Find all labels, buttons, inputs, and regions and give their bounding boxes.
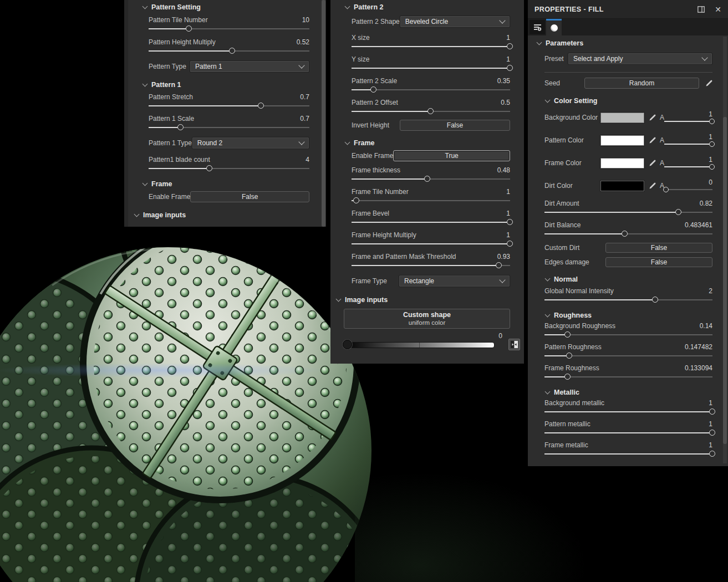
preset-dropdown[interactable]: Select and Apply xyxy=(568,53,712,65)
slider-knob[interactable] xyxy=(507,43,513,49)
section-metallic[interactable]: Metallic xyxy=(546,388,712,397)
invert-height-toggle[interactable]: False xyxy=(400,120,510,131)
section-image-inputs[interactable]: Image inputs xyxy=(135,211,309,219)
param-label: Frame Tile Number xyxy=(352,188,409,196)
slider-knob[interactable] xyxy=(675,209,681,215)
slider-knob[interactable] xyxy=(663,187,669,192)
slider-knob[interactable] xyxy=(258,103,264,109)
grayscale-gradient-slider[interactable] xyxy=(344,342,495,348)
slider-knob[interactable] xyxy=(186,25,192,32)
slider-knob[interactable] xyxy=(370,86,376,93)
enable-frame-toggle[interactable]: True xyxy=(393,150,510,161)
pattern-roughness-slider[interactable] xyxy=(544,352,712,359)
dirt-color-alpha-slider[interactable] xyxy=(664,186,712,192)
section-pattern-setting[interactable]: Pattern Setting xyxy=(143,3,309,12)
frame-bevel-slider[interactable] xyxy=(352,218,510,226)
background-roughness-slider[interactable] xyxy=(544,331,712,338)
frame-metallic-slider[interactable] xyxy=(544,450,712,457)
pattern-metallic-slider[interactable] xyxy=(544,429,712,436)
pattern-2-scale-slider[interactable] xyxy=(352,86,510,93)
pattern-1-type-dropdown[interactable]: Round 2 xyxy=(192,137,309,149)
frame-height-multiply-slider[interactable] xyxy=(352,240,510,247)
pattern-2-shape-dropdown[interactable]: Beveled Circle xyxy=(400,16,510,28)
global-normal-intensity-slider[interactable] xyxy=(544,296,712,303)
param-label: Pettern Type xyxy=(149,63,186,70)
pattern-1-scale-slider[interactable] xyxy=(149,124,309,131)
dirt-amount-slider[interactable] xyxy=(544,208,712,216)
section-image-inputs[interactable]: Image inputs xyxy=(337,295,510,304)
y-size-slider[interactable] xyxy=(352,64,510,72)
custom-shape-input-button[interactable]: Custom shape uniform color xyxy=(344,309,510,329)
section-roughness[interactable]: Roughness xyxy=(546,311,712,320)
dirt-color-swatch[interactable] xyxy=(600,181,644,191)
frame-color-alpha-slider[interactable] xyxy=(664,164,712,170)
eyedropper-icon[interactable] xyxy=(649,137,656,144)
slider-knob[interactable] xyxy=(206,165,212,171)
scrollbar[interactable] xyxy=(322,0,325,227)
scrollbar-thumb[interactable] xyxy=(322,0,325,227)
eyedropper-icon[interactable] xyxy=(649,114,656,121)
slider-knob[interactable] xyxy=(229,48,235,54)
slider-knob[interactable] xyxy=(564,331,571,338)
edit-seed-button[interactable] xyxy=(706,80,712,86)
dock-layout-icon[interactable] xyxy=(698,6,705,13)
tab-node-attributes[interactable] xyxy=(530,20,545,34)
scrollbar[interactable] xyxy=(723,37,727,463)
section-parameters[interactable]: Parameters xyxy=(537,39,712,48)
section-frame[interactable]: Frame xyxy=(345,139,510,147)
slider-knob[interactable] xyxy=(496,262,502,268)
slider-knob[interactable] xyxy=(507,241,513,247)
slider-knob[interactable] xyxy=(507,219,513,225)
background-color-alpha-slider[interactable] xyxy=(664,118,712,124)
slider-knob[interactable] xyxy=(424,176,430,182)
scrollbar-thumb[interactable] xyxy=(723,117,727,444)
x-size-slider[interactable] xyxy=(352,43,510,50)
invert-levels-button[interactable] xyxy=(508,339,520,350)
section-color-setting[interactable]: Color Setting xyxy=(546,96,712,105)
close-icon[interactable]: ✕ xyxy=(715,5,721,14)
frame-type-dropdown[interactable]: Rectangle xyxy=(399,275,510,287)
slider-knob[interactable] xyxy=(709,451,715,457)
slider-knob[interactable] xyxy=(709,119,715,124)
eyedropper-icon[interactable] xyxy=(649,160,656,166)
slider-knob[interactable] xyxy=(709,409,715,415)
pattern-stretch-slider[interactable] xyxy=(149,102,309,109)
slider-knob[interactable] xyxy=(353,197,359,203)
edges-damage-toggle[interactable]: False xyxy=(605,257,712,267)
background-metallic-slider[interactable] xyxy=(544,408,712,415)
enable-frame-toggle[interactable]: False xyxy=(190,191,309,202)
slider-knob[interactable] xyxy=(709,141,715,147)
section-normal[interactable]: Normal xyxy=(546,275,712,284)
slider-knob[interactable] xyxy=(427,108,434,114)
pattern1-blade-count-slider[interactable] xyxy=(149,165,309,172)
frame-color-swatch[interactable] xyxy=(600,158,644,169)
section-frame[interactable]: Frame xyxy=(143,180,309,188)
frame-roughness-slider[interactable] xyxy=(544,373,712,380)
dirt-balance-slider[interactable] xyxy=(544,230,712,237)
frame-mask-threshold-slider[interactable] xyxy=(352,262,510,269)
frame-thickness-slider[interactable] xyxy=(352,175,510,182)
slider-knob[interactable] xyxy=(652,297,658,303)
pattern-color-alpha-slider[interactable] xyxy=(664,141,712,147)
seed-random-button[interactable]: Random xyxy=(584,78,699,89)
slider-knob[interactable] xyxy=(622,231,628,237)
slider-knob[interactable] xyxy=(566,353,572,359)
custom-dirt-toggle[interactable]: False xyxy=(605,243,712,253)
section-pattern-1[interactable]: Pattern 1 xyxy=(143,80,309,89)
background-color-swatch[interactable] xyxy=(600,113,644,123)
slider-knob[interactable] xyxy=(709,430,715,436)
pattern-2-offset-slider[interactable] xyxy=(352,108,510,115)
eyedropper-icon[interactable] xyxy=(649,182,656,189)
pattern-tile-number-slider[interactable] xyxy=(149,25,309,32)
slider-knob[interactable] xyxy=(177,124,184,130)
frame-tile-number-slider[interactable] xyxy=(352,197,510,204)
pettern-type-dropdown[interactable]: Pattern 1 xyxy=(190,60,309,73)
slider-knob[interactable] xyxy=(507,65,513,71)
slider-knob[interactable] xyxy=(564,374,571,380)
tab-material-parameters[interactable] xyxy=(546,19,562,35)
gradient-slider-knob[interactable] xyxy=(343,340,352,349)
section-pattern-2[interactable]: Pattern 2 xyxy=(345,3,510,12)
slider-knob[interactable] xyxy=(709,164,715,170)
pattern-height-multiply-slider[interactable] xyxy=(149,47,309,54)
pattern-color-swatch[interactable] xyxy=(600,135,644,146)
